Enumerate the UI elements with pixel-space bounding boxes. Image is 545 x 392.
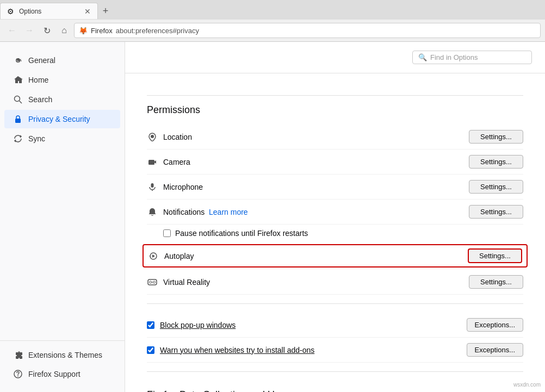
sidebar: General Home Search [0,42,125,392]
forward-button[interactable]: → [22,23,37,38]
sidebar-item-extensions-label: Extensions & Themes [28,351,102,359]
autoplay-permission-row-highlighted: Autoplay Settings... [143,244,528,267]
notifications-permission-row: Notifications Learn more Settings... [147,200,523,225]
gear-icon [13,55,23,65]
camera-settings-button[interactable]: Settings... [469,155,523,169]
warn-addons-exceptions-button[interactable]: Exceptions... [467,343,523,357]
svg-marker-6 [154,160,156,164]
location-settings-button[interactable]: Settings... [469,130,523,144]
pause-notifications-row: Pause notifications until Firefox restar… [147,225,523,242]
notification-icon [147,207,158,217]
location-permission-row: Location Settings... [147,125,523,150]
pause-notifications-checkbox[interactable] [163,229,171,237]
tab-title: Options [19,8,81,15]
home-icon [13,75,23,85]
sidebar-item-search-label: Search [28,95,52,104]
sidebar-item-support[interactable]: Firefox Support [4,365,120,383]
page-layout: General Home Search [0,42,545,392]
autoplay-icon [148,251,159,262]
sidebar-bottom: Extensions & Themes Firefox Support [0,340,125,384]
sidebar-item-sync-label: Sync [28,134,45,143]
find-in-options-placeholder: Find in Options [430,53,478,61]
content-header: 🔍 Find in Options [125,42,545,73]
sidebar-item-general-label: General [28,56,55,65]
pause-notifications-label: Pause notifications until Firefox restar… [175,229,308,238]
sidebar-item-privacy[interactable]: Privacy & Security [4,110,120,128]
sidebar-item-search[interactable]: Search [4,90,120,109]
content-body: Permissions Location Settings... [125,73,545,392]
virtual-reality-label: Virtual Reality [163,278,469,287]
nav-bar: ← → ↻ ⌂ 🦊 Firefox about:preferences#priv… [0,20,545,41]
browser-chrome: ⚙ Options ✕ + ← → ↻ ⌂ 🦊 Firefox about:pr… [0,0,545,42]
watermark: wsxdn.com [513,382,541,388]
learn-more-link[interactable]: Learn more [209,208,248,216]
sidebar-item-privacy-label: Privacy & Security [28,115,90,123]
find-search-icon: 🔍 [418,53,427,61]
top-divider [147,95,523,96]
warn-addons-checkbox[interactable] [147,346,154,354]
autoplay-settings-button[interactable]: Settings... [468,248,522,263]
block-popups-label: Block pop-up windows [160,321,467,329]
data-collection-title: Firefox Data Collection and Use [147,389,523,392]
reload-button[interactable]: ↻ [39,23,54,38]
svg-rect-7 [151,183,154,188]
address-url: about:preferences#privacy [116,27,199,35]
help-icon [13,369,23,379]
permissions-section-title: Permissions [147,104,523,116]
location-icon [147,132,158,142]
block-popups-exceptions-button[interactable]: Exceptions... [467,318,523,332]
tab-bar: ⚙ Options ✕ + [0,0,545,20]
tab-close-button[interactable]: ✕ [84,7,91,16]
block-popups-row: Block pop-up windows Exceptions... [147,313,523,338]
microphone-icon [147,182,158,192]
svg-rect-5 [148,160,154,165]
address-favicon: 🦊 [79,27,88,35]
svg-rect-2 [15,119,21,123]
svg-point-12 [153,281,156,283]
find-in-options-container[interactable]: 🔍 Find in Options [412,51,532,64]
back-button[interactable]: ← [4,23,20,38]
address-bar[interactable]: 🦊 Firefox about:preferences#privacy [74,23,541,38]
vr-settings-button[interactable]: Settings... [469,275,523,289]
bottom-divider [147,371,523,372]
block-popups-checkbox[interactable] [147,321,154,329]
puzzle-icon [13,350,23,360]
notifications-label: Notifications Learn more [163,208,469,216]
address-domain: Firefox [91,27,113,35]
svg-line-1 [20,101,22,104]
microphone-label: Microphone [163,183,469,191]
sync-icon [13,134,23,144]
warn-addons-label: Warn you when websites try to install ad… [160,346,467,354]
sidebar-item-extensions[interactable]: Extensions & Themes [4,346,120,364]
home-button[interactable]: ⌂ [57,23,72,38]
virtual-reality-permission-row: Virtual Reality Settings... [147,270,523,295]
notifications-settings-button[interactable]: Settings... [469,205,523,219]
microphone-settings-button[interactable]: Settings... [469,180,523,194]
camera-icon [147,157,158,167]
location-label: Location [163,133,469,141]
search-icon [13,95,23,104]
svg-point-11 [150,281,152,283]
warn-addons-row: Warn you when websites try to install ad… [147,338,523,363]
sidebar-item-general[interactable]: General [4,51,120,70]
sidebar-item-home-label: Home [28,76,48,84]
vr-icon [147,277,158,288]
microphone-permission-row: Microphone Settings... [147,175,523,200]
lock-icon [13,114,23,124]
svg-point-4 [151,135,154,138]
options-tab[interactable]: ⚙ Options ✕ [0,3,98,19]
data-collection-section: Firefox Data Collection and Use We striv… [147,389,523,392]
sidebar-item-sync[interactable]: Sync [4,129,120,148]
tab-favicon: ⚙ [7,7,16,16]
svg-point-0 [15,96,20,102]
sidebar-item-home[interactable]: Home [4,71,120,89]
camera-label: Camera [163,158,469,166]
mid-divider [147,303,523,304]
camera-permission-row: Camera Settings... [147,150,523,175]
autoplay-label: Autoplay [164,252,468,260]
main-content: 🔍 Find in Options Permissions Location S… [125,42,545,392]
new-tab-button[interactable]: + [98,3,113,18]
sidebar-item-support-label: Firefox Support [28,370,80,378]
